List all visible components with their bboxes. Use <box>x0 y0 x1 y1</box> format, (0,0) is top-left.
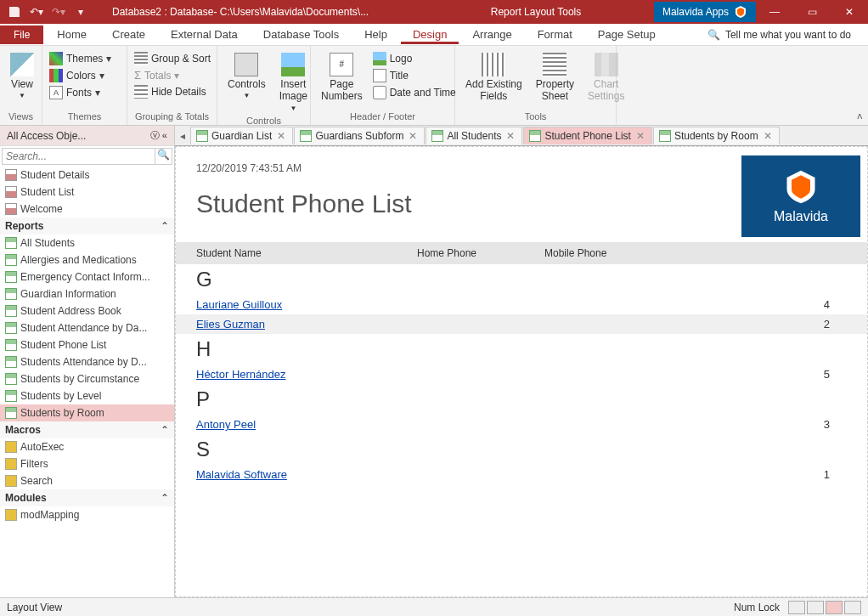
status-view-mode: Layout View <box>7 602 62 613</box>
student-name-link[interactable]: Elies Guzman <box>196 318 417 331</box>
colors-button[interactable]: Colors▾ <box>48 68 113 83</box>
nav-item-module[interactable]: modMapping <box>0 506 174 523</box>
group-sort-button[interactable]: Group & Sort <box>132 51 212 66</box>
search-icon[interactable]: 🔍 <box>155 149 172 164</box>
student-name-link[interactable]: Malavida Software <box>196 468 417 481</box>
nav-item-form[interactable]: Welcome <box>0 201 174 218</box>
menu-create[interactable]: Create <box>100 25 157 44</box>
nav-item-form[interactable]: Student Details <box>0 167 174 184</box>
controls-button[interactable]: Controls▼ <box>223 51 271 102</box>
close-tab-icon[interactable]: ✕ <box>762 130 774 142</box>
save-icon[interactable] <box>7 4 22 20</box>
hide-details-button[interactable]: Hide Details <box>132 84 212 99</box>
print-preview-button[interactable] <box>807 601 824 614</box>
report-icon <box>5 322 17 334</box>
tab-scroll-left-icon[interactable]: ◂ <box>175 130 190 142</box>
report-canvas[interactable]: 12/20/2019 7:43:51 AM Student Phone List… <box>175 146 868 597</box>
report-icon <box>5 407 17 419</box>
title-button[interactable]: Title <box>371 68 458 83</box>
tell-me-search[interactable]: 🔍 Tell me what you want to do <box>707 29 868 41</box>
menu-home[interactable]: Home <box>45 25 99 44</box>
report-view-button[interactable] <box>788 601 805 614</box>
nav-item-report[interactable]: Guardian Information <box>0 285 174 302</box>
minimize-button[interactable]: — <box>756 0 793 24</box>
row-number: 2 <box>824 318 847 331</box>
doc-tab[interactable]: Guardian List✕ <box>190 127 293 144</box>
add-fields-button[interactable]: Add Existing Fields <box>460 51 527 105</box>
close-tab-icon[interactable]: ✕ <box>407 130 419 142</box>
insert-image-button[interactable]: Insert Image▼ <box>274 51 313 114</box>
close-tab-icon[interactable]: ✕ <box>504 130 516 142</box>
property-sheet-button[interactable]: Property Sheet <box>531 51 579 105</box>
menu-format[interactable]: Format <box>526 25 584 44</box>
chart-settings-button[interactable]: Chart Settings <box>583 51 629 105</box>
nav-category-macros[interactable]: Macros⌃ <box>0 421 174 438</box>
menu-help[interactable]: Help <box>352 25 399 44</box>
row-number: 3 <box>824 418 847 431</box>
nav-item-report[interactable]: Allergies and Medications <box>0 251 174 268</box>
fonts-button[interactable]: AFonts▾ <box>48 85 113 100</box>
macro-icon <box>5 475 17 487</box>
collapse-ribbon-icon[interactable]: ʌ <box>857 110 863 122</box>
logo-button[interactable]: Logo <box>371 51 458 66</box>
design-view-button[interactable] <box>844 601 861 614</box>
close-tab-icon[interactable]: ✕ <box>275 130 287 142</box>
chevron-down-icon[interactable]: ⓥ « <box>150 129 167 142</box>
nav-item-report[interactable]: Emergency Contact Inform... <box>0 268 174 285</box>
nav-item-report[interactable]: Students by Room <box>0 404 174 421</box>
menu-arrange[interactable]: Arrange <box>460 25 523 44</box>
nav-item-report[interactable]: Students by Circumstance <box>0 370 174 387</box>
nav-item-report[interactable]: Student Address Book <box>0 302 174 319</box>
report-row: Elies Guzman2 <box>176 314 867 334</box>
report-icon <box>5 356 17 368</box>
page-numbers-button[interactable]: #Page Numbers <box>316 51 368 105</box>
close-button[interactable]: ✕ <box>831 0 868 24</box>
menu-database-tools[interactable]: Database Tools <box>251 25 351 44</box>
nav-category-reports[interactable]: Reports⌃ <box>0 218 174 235</box>
menu-design[interactable]: Design <box>401 25 459 44</box>
layout-view-button[interactable] <box>826 601 843 614</box>
redo-icon[interactable]: ↷▾ <box>51 4 66 20</box>
nav-item-report[interactable]: Student Attendance by Da... <box>0 319 174 336</box>
doc-tab[interactable]: Guardians Subform✕ <box>294 127 425 144</box>
nav-item-macro[interactable]: AutoExec <box>0 438 174 455</box>
restore-button[interactable]: ▭ <box>793 0 831 24</box>
totals-button[interactable]: ΣTotals▾ <box>132 68 212 82</box>
themes-button[interactable]: Themes▾ <box>48 51 113 66</box>
chevron-up-icon: ⌃ <box>161 220 169 232</box>
view-button[interactable]: View▼ <box>5 51 39 102</box>
nav-header[interactable]: All Access Obje...ⓥ « <box>0 126 174 146</box>
menu-external-data[interactable]: External Data <box>159 25 250 44</box>
macro-icon <box>5 458 17 470</box>
nav-item-report[interactable]: Student Phone List <box>0 336 174 353</box>
report-row: Héctor Hernández5 <box>176 365 867 384</box>
nav-item-form[interactable]: Student List <box>0 184 174 201</box>
doc-tab[interactable]: Student Phone List✕ <box>523 127 651 144</box>
nav-item-report[interactable]: Students by Level <box>0 387 174 404</box>
menu-page-setup[interactable]: Page Setup <box>586 25 668 44</box>
page-numbers-icon: # <box>330 53 353 76</box>
form-icon <box>5 169 17 181</box>
close-tab-icon[interactable]: ✕ <box>634 130 646 142</box>
nav-item-macro[interactable]: Filters <box>0 455 174 472</box>
date-time-button[interactable]: Date and Time <box>371 85 458 100</box>
nav-search-input[interactable] <box>3 149 155 164</box>
nav-item-macro[interactable]: Search <box>0 472 174 489</box>
doc-tab[interactable]: Students by Room✕ <box>653 127 780 144</box>
file-menu[interactable]: File <box>0 25 43 44</box>
nav-category-modules[interactable]: Modules⌃ <box>0 489 174 506</box>
student-name-link[interactable]: Antony Peel <box>196 418 417 431</box>
doc-tab[interactable]: All Students✕ <box>426 127 522 144</box>
search-icon: 🔍 <box>707 29 720 41</box>
student-name-link[interactable]: Héctor Hernández <box>196 368 417 381</box>
qat-customize-icon[interactable]: ▾ <box>73 4 88 20</box>
report-group-header: H <box>176 334 867 365</box>
student-name-link[interactable]: Lauriane Guilloux <box>196 298 417 311</box>
undo-icon[interactable]: ↶▾ <box>29 4 44 20</box>
property-sheet-icon <box>543 53 566 76</box>
navigation-pane: All Access Obje...ⓥ « 🔍 Student DetailsS… <box>0 126 175 597</box>
fonts-icon: A <box>49 86 63 99</box>
nav-item-report[interactable]: Students Attendance by D... <box>0 353 174 370</box>
nav-item-report[interactable]: All Students <box>0 235 174 251</box>
report-icon <box>529 130 541 142</box>
